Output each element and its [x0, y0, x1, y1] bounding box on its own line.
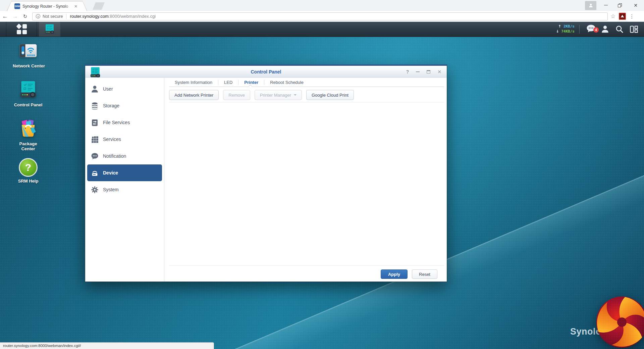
- main-menu-button[interactable]: [7, 22, 37, 37]
- adobe-extension-icon[interactable]: [619, 13, 626, 20]
- tab-system-information[interactable]: System Information: [169, 78, 218, 87]
- help-icon: ?: [19, 158, 38, 177]
- printer-toolbar: Add Network Printer Remove Printer Manag…: [169, 90, 354, 100]
- info-icon[interactable]: i: [36, 14, 40, 18]
- tab-title: Synology Router - Synolo: [22, 4, 72, 9]
- browser-tabstrip: SRM Synology Router - Synolo ✕ ✕: [0, 0, 644, 11]
- sidebar-item-file-services[interactable]: File Services: [85, 114, 164, 131]
- srm-taskbar: ↑ 2KB/s ↓ 74KB/s 4: [0, 22, 644, 37]
- toolbar-separator: [169, 102, 444, 102]
- panel-tabs: System Information LED Printer Reboot Sc…: [169, 78, 309, 87]
- desktop-icon-label: SRM Help: [13, 179, 44, 184]
- sidebar-item-label: File Services: [103, 120, 130, 125]
- back-button[interactable]: ←: [0, 13, 10, 20]
- add-network-printer-button[interactable]: Add Network Printer: [169, 90, 219, 100]
- sidebar-item-label: Storage: [103, 103, 119, 108]
- notifications-button[interactable]: 4: [584, 22, 598, 37]
- browser-status-bar: router.synology.com:8000/webman/index.cg…: [0, 342, 214, 349]
- control-panel-icon: [18, 80, 38, 99]
- printer-manager-button: Printer Manager: [255, 90, 302, 100]
- browser-tab[interactable]: SRM Synology Router - Synolo ✕: [7, 1, 87, 11]
- user-menu-button[interactable]: [599, 22, 611, 37]
- panel-content: System Information LED Printer Reboot Sc…: [164, 78, 447, 282]
- desktop-icon-srm-help[interactable]: ? SRM Help: [13, 158, 44, 184]
- tab-close-icon[interactable]: ✕: [74, 4, 77, 9]
- services-icon: [91, 136, 99, 143]
- reset-button[interactable]: Reset: [412, 269, 437, 279]
- security-label: Not secure: [43, 14, 63, 19]
- window-titlebar[interactable]: Control Panel ? ✕: [85, 66, 447, 78]
- window-title: Control Panel: [85, 66, 447, 78]
- google-cloud-print-button[interactable]: Google Cloud Print: [306, 90, 354, 100]
- sidebar-item-user[interactable]: User: [85, 81, 164, 97]
- sidebar-item-label: Device: [103, 170, 118, 176]
- minimize-icon: [604, 5, 608, 6]
- user-icon: [601, 25, 609, 34]
- sidebar-item-label: Services: [103, 137, 121, 142]
- remove-button: Remove: [223, 90, 250, 100]
- notification-icon: [91, 152, 99, 160]
- search-button[interactable]: [613, 22, 625, 37]
- window-close-button[interactable]: ✕: [629, 0, 642, 10]
- browser-toolbar: ← → ↻ i Not secure router.synology.com :…: [0, 11, 644, 22]
- tab-led[interactable]: LED: [218, 78, 238, 87]
- sidebar-item-label: Notification: [103, 153, 126, 159]
- panel-help-button[interactable]: ?: [406, 69, 409, 74]
- refresh-button[interactable]: ↻: [20, 13, 30, 19]
- srm-favicon: SRM: [14, 3, 20, 9]
- network-center-icon: [18, 41, 38, 60]
- omnibox-divider: [66, 14, 66, 19]
- panel-maximize-button[interactable]: [427, 70, 430, 73]
- desktop-icon-label: Control Panel: [13, 102, 44, 107]
- bookmark-star-icon[interactable]: ☆: [610, 13, 615, 20]
- desktop-icon-package-center[interactable]: Package Center: [13, 119, 44, 151]
- upload-speed: 2KB/s: [564, 24, 575, 29]
- browser-chrome: SRM Synology Router - Synolo ✕ ✕ ← → ↻ i…: [0, 0, 644, 22]
- sidebar-item-label: System: [103, 187, 119, 192]
- dropdown-caret-icon: [294, 94, 297, 96]
- app-launcher-icon: [17, 24, 27, 34]
- desktop-icon-label: Network Center: [13, 63, 44, 68]
- taskbar-edge-button[interactable]: [0, 22, 6, 37]
- acrobat-glyph: [620, 14, 625, 18]
- download-speed: 74KB/s: [561, 29, 575, 34]
- tab-reboot-schedule[interactable]: Reboot Schedule: [264, 78, 309, 87]
- panel-sidebar: User Storage: [85, 78, 164, 282]
- browser-profile-button[interactable]: [585, 1, 596, 10]
- desktop-icon-network-center[interactable]: Network Center: [13, 41, 44, 68]
- control-panel-icon: [44, 23, 55, 35]
- panel-close-button[interactable]: ✕: [437, 69, 441, 74]
- new-tab-button[interactable]: [93, 2, 105, 10]
- sidebar-item-system[interactable]: System: [85, 181, 164, 198]
- taskbar-control-panel-button[interactable]: [39, 22, 61, 37]
- window-minimize-button[interactable]: [599, 0, 612, 10]
- system-gear-icon: [91, 186, 99, 194]
- url-path: :8000/webman/index.cgi: [109, 14, 156, 19]
- network-speeds: ↑ 2KB/s ↓ 74KB/s: [549, 24, 575, 34]
- control-panel-window: Control Panel ? ✕ User: [85, 64, 447, 282]
- notification-badge: 4: [593, 27, 599, 33]
- sidebar-item-label: User: [103, 86, 113, 92]
- storage-icon: [91, 102, 99, 110]
- sidebar-item-notification[interactable]: Notification: [85, 148, 164, 164]
- sidebar-item-storage[interactable]: Storage: [85, 97, 164, 114]
- desktop-icon-control-panel[interactable]: Control Panel: [13, 80, 44, 107]
- sidebar-item-services[interactable]: Services: [85, 131, 164, 148]
- panel-minimize-button[interactable]: [416, 71, 420, 72]
- widgets-button[interactable]: [627, 22, 640, 37]
- printer-manager-label: Printer Manager: [260, 93, 291, 98]
- address-bar[interactable]: i Not secure router.synology.com :8000/w…: [32, 12, 608, 20]
- browser-menu-icon[interactable]: ⋮: [629, 13, 634, 19]
- apply-button[interactable]: Apply: [381, 269, 408, 279]
- srm-desktop: ↑ 2KB/s ↓ 74KB/s 4: [0, 22, 644, 349]
- footer-separator: [169, 265, 444, 266]
- taskbar-divider: [579, 25, 580, 34]
- upload-arrow-icon: ↑: [558, 24, 561, 29]
- window-restore-button[interactable]: [613, 0, 627, 10]
- forward-button: →: [10, 13, 20, 20]
- file-services-icon: [91, 119, 99, 127]
- device-icon: [91, 169, 99, 177]
- sidebar-item-device[interactable]: Device: [87, 164, 162, 181]
- user-icon: [91, 85, 99, 93]
- search-icon: [615, 25, 624, 34]
